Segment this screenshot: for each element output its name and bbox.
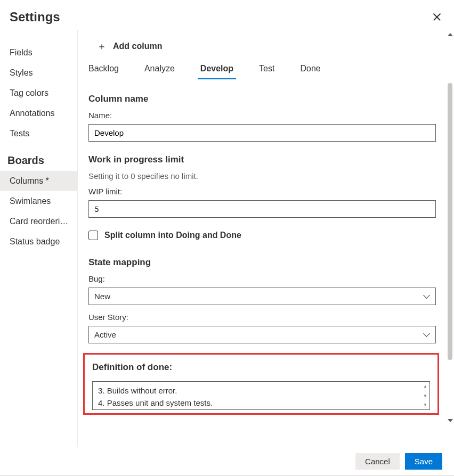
tab-develop[interactable]: Develop: [200, 62, 233, 79]
state-mapping-heading: State mapping: [88, 257, 436, 268]
column-name-heading: Column name: [88, 94, 436, 104]
sidebar-item-swimlanes[interactable]: Swimlanes: [0, 191, 77, 211]
column-name-input[interactable]: [88, 124, 436, 142]
dod-line: 3. Builds without error.: [98, 385, 424, 397]
wip-heading: Work in progress limit: [88, 154, 436, 165]
scroll-up-icon: [448, 33, 453, 36]
chevron-down-icon: [424, 332, 430, 338]
sidebar-item-columns[interactable]: Columns *: [0, 171, 77, 191]
sidebar-item-styles[interactable]: Styles: [0, 63, 77, 83]
tab-backlog[interactable]: Backlog: [88, 62, 119, 79]
sidebar-item-fields[interactable]: Fields: [0, 43, 77, 63]
sidebar-item-tests[interactable]: Tests: [0, 124, 77, 144]
sidebar-item-status-badge[interactable]: Status badge: [0, 232, 77, 252]
user-story-label: User Story:: [88, 313, 436, 322]
dialog-title: Settings: [10, 10, 60, 24]
split-column-label: Split column into Doing and Done: [104, 231, 241, 240]
tab-analyze[interactable]: Analyze: [144, 62, 175, 79]
scroll-down-icon: ▼: [423, 403, 427, 407]
user-story-state-value: Active: [94, 330, 116, 339]
sidebar-item-card-reordering[interactable]: Card reorderi…: [0, 211, 77, 232]
scroll-down-icon: [448, 419, 453, 422]
name-label: Name:: [88, 111, 436, 120]
save-button[interactable]: Save: [405, 453, 442, 470]
settings-main: ＋ Add column Backlog Analyze Develop Tes…: [78, 30, 447, 447]
add-column-label: Add column: [113, 42, 162, 51]
dod-heading: Definition of done:: [92, 362, 430, 373]
tab-test[interactable]: Test: [259, 62, 274, 79]
tab-done[interactable]: Done: [300, 62, 320, 79]
wip-limit-input[interactable]: [88, 200, 436, 218]
main-scrollbar[interactable]: [447, 30, 454, 447]
definition-of-done-section: Definition of done: 3. Builds without er…: [83, 353, 439, 415]
sidebar-heading-boards: Boards: [0, 144, 77, 171]
scroll-thumb[interactable]: [448, 83, 452, 360]
sidebar-item-annotations[interactable]: Annotations: [0, 103, 77, 124]
cancel-button[interactable]: Cancel: [355, 453, 400, 470]
settings-sidebar: Fields Styles Tag colors Annotations Tes…: [0, 30, 77, 447]
bug-state-select[interactable]: New: [88, 288, 436, 305]
scroll-thumb-icon: [424, 395, 426, 397]
bug-label: Bug:: [88, 274, 436, 283]
dod-line: 4. Passes unit and system tests.: [98, 397, 424, 409]
user-story-state-select[interactable]: Active: [88, 326, 436, 343]
sidebar-item-tag-colors[interactable]: Tag colors: [0, 83, 77, 103]
close-icon[interactable]: [433, 13, 441, 21]
chevron-down-icon: [424, 293, 430, 300]
scroll-up-icon: ▲: [423, 384, 427, 389]
wip-limit-label: WIP limit:: [88, 187, 436, 196]
column-tabs: Backlog Analyze Develop Test Done: [86, 62, 436, 79]
textarea-scrollbar[interactable]: ▲ ▼: [423, 384, 427, 407]
dod-textarea[interactable]: 3. Builds without error. 4. Passes unit …: [92, 381, 430, 410]
bug-state-value: New: [94, 292, 110, 301]
wip-hint: Setting it to 0 specifies no limit.: [88, 171, 436, 180]
split-column-checkbox[interactable]: [88, 231, 98, 240]
add-column-button[interactable]: ＋ Add column: [86, 39, 436, 62]
plus-icon: ＋: [97, 42, 107, 51]
